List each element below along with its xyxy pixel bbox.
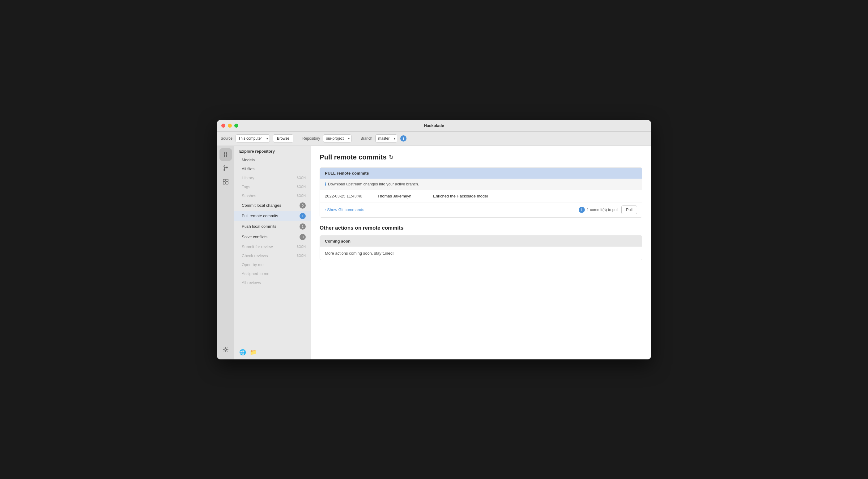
svg-rect-4 (223, 179, 225, 182)
svg-point-8 (225, 349, 226, 350)
push-local-count: 1 (300, 223, 306, 230)
sidebar-item-solve-conflicts[interactable]: Solve conflicts 0 (234, 232, 311, 242)
svg-point-1 (224, 169, 225, 170)
sidebar-item-all-files[interactable]: All files (234, 164, 311, 173)
pull-button[interactable]: Pull (621, 205, 637, 214)
sidebar-item-all-reviews: All reviews (234, 278, 311, 287)
traffic-lights (221, 124, 238, 128)
commits-to-pull-info: i 1 commit(s) to pull (579, 207, 618, 213)
braces-icon: {} (223, 151, 227, 158)
branch-select[interactable]: master (375, 134, 397, 142)
page-title: Pull remote commits ↻ (320, 153, 642, 161)
sidebar-item-history: History SOON (234, 173, 311, 182)
pull-card-header: PULL remote commits (320, 168, 642, 179)
commit-author: Thomas Jakemeyn (377, 194, 421, 198)
sidebar-item-assigned-to-me: Assigned to me (234, 269, 311, 278)
sidebar-item-tags: Tags SOON (234, 182, 311, 191)
source-label: Source (221, 136, 232, 140)
branch-select-wrapper[interactable]: master ▾ (375, 134, 397, 142)
branch-info-icon[interactable]: i (400, 135, 406, 141)
maximize-button[interactable] (234, 124, 238, 128)
svg-rect-7 (226, 182, 228, 184)
show-git-commands-button[interactable]: › Show Git commands (325, 207, 364, 212)
minimize-button[interactable] (228, 124, 232, 128)
sidebar-item-submit-review: Submit for review SOON (234, 242, 311, 251)
sidebar-item-pull-remote[interactable]: Pull remote commits 1 (234, 211, 311, 221)
coming-soon-header: Coming soon (320, 236, 642, 247)
svg-rect-6 (223, 182, 225, 184)
sidebar-item-models[interactable]: Models (234, 155, 311, 164)
pull-remote-card: PULL remote commits i Download upstream … (320, 167, 642, 218)
window-title: Hackolade (424, 123, 444, 128)
browse-button[interactable]: Browse (273, 134, 293, 142)
source-select-wrapper[interactable]: This computer ▾ (236, 134, 270, 142)
title-bar: Hackolade (217, 120, 651, 132)
toolbar-divider-2 (356, 135, 356, 141)
commit-row: 2022-03-25 11:43:46 Thomas Jakemeyn Enri… (320, 190, 642, 202)
globe-icon[interactable]: 🌐 (239, 349, 246, 356)
branch-label: Branch (361, 136, 372, 140)
sidebar-item-check-reviews: Check reviews SOON (234, 251, 311, 260)
commits-info-icon: i (579, 207, 585, 213)
tags-soon-badge: SOON (297, 185, 306, 189)
check-reviews-soon-badge: SOON (297, 254, 306, 257)
history-soon-badge: SOON (297, 176, 306, 180)
explore-header: Explore repository (234, 146, 311, 155)
coming-soon-body: More actions coming soon, stay tuned! (320, 247, 642, 260)
info-i-icon: i (325, 182, 326, 187)
main-panel: Pull remote commits ↻ PULL remote commit… (311, 146, 651, 359)
sidebar-item-stashes: Stashes SOON (234, 191, 311, 200)
git-branch-icon-button[interactable] (219, 162, 232, 174)
models-icon-button[interactable] (219, 175, 232, 188)
chevron-right-icon: › (325, 208, 326, 212)
close-button[interactable] (221, 124, 225, 128)
refresh-icon[interactable]: ↻ (389, 154, 394, 161)
source-select[interactable]: This computer (236, 134, 270, 142)
sidebar-item-open-by-me: Open by me (234, 260, 311, 269)
braces-icon-button[interactable]: {} (219, 148, 232, 161)
icon-sidebar: {} (217, 146, 234, 359)
sidebar: Explore repository Models All files Hist… (234, 146, 311, 359)
sidebar-item-commit-local[interactable]: Commit local changes 0 (234, 200, 311, 211)
git-icon (223, 165, 229, 171)
app-window: Hackolade Source This computer ▾ Browse … (217, 120, 651, 359)
repository-label: Repository (302, 136, 320, 140)
toolbar: Source This computer ▾ Browse Repository… (217, 132, 651, 146)
coming-soon-card: Coming soon More actions coming soon, st… (320, 235, 642, 260)
stashes-soon-badge: SOON (297, 194, 306, 197)
pull-card-footer: › Show Git commands i 1 commit(s) to pul… (320, 202, 642, 217)
pull-card-info: i Download upstream changes into your ac… (320, 179, 642, 190)
svg-point-0 (224, 166, 225, 167)
commit-message: Enriched the Hackolade model (433, 194, 637, 198)
repository-select[interactable]: our-project (323, 134, 351, 142)
sidebar-item-push-local[interactable]: Push local commits 1 (234, 221, 311, 232)
settings-area (219, 343, 232, 359)
settings-icon-button[interactable] (219, 343, 232, 356)
solve-conflicts-count: 0 (300, 234, 306, 240)
main-content: {} (217, 146, 651, 359)
sidebar-bottom: 🌐 📁 (234, 345, 311, 359)
pull-remote-count: 1 (300, 213, 306, 219)
pull-actions: i 1 commit(s) to pull Pull (579, 205, 637, 214)
commit-local-count: 0 (300, 202, 306, 209)
submit-review-soon-badge: SOON (297, 245, 306, 249)
gear-icon (223, 346, 229, 353)
other-actions-title: Other actions on remote commits (320, 225, 642, 231)
folder-icon[interactable]: 📁 (250, 349, 256, 356)
svg-rect-5 (226, 179, 228, 182)
commit-date: 2022-03-25 11:43:46 (325, 194, 365, 198)
toolbar-divider-1 (298, 135, 298, 141)
models-icon (223, 179, 229, 185)
repository-select-wrapper[interactable]: our-project ▾ (323, 134, 351, 142)
